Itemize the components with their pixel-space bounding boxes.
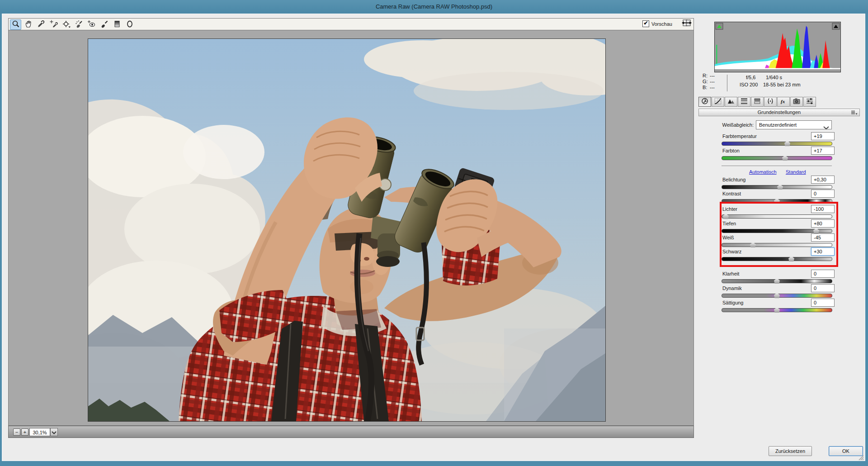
aperture-icon: [701, 98, 708, 106]
panel-menu-button[interactable]: [851, 110, 858, 117]
slider-thumb[interactable]: [782, 155, 788, 161]
b-label: B:: [703, 85, 710, 90]
panel-header: Grundeinstellungen: [698, 109, 860, 116]
camera-icon: [793, 98, 800, 106]
slider-thumb[interactable]: [777, 184, 783, 190]
slider-value-input[interactable]: 0: [811, 299, 835, 307]
hand-tool-icon: [24, 19, 33, 30]
toggle-fullscreen-button[interactable]: [681, 19, 693, 29]
targeted-adjustment-tool-button[interactable]: [61, 19, 72, 30]
presets-sliders-icon: [806, 98, 813, 106]
slider-label: Dynamik: [722, 285, 742, 291]
white-balance-value: Benutzerdefiniert: [759, 122, 797, 128]
slider-temperature: Farbtemperatur+19: [722, 132, 833, 146]
tab-effects[interactable]: fx: [777, 97, 790, 107]
photo-illustration: [88, 39, 605, 421]
slider-thumb[interactable]: [784, 141, 790, 146]
rgb-readout: R:--- G:--- B:---: [703, 73, 715, 90]
preview-label: Vorschau: [651, 21, 672, 27]
section-divider: [722, 166, 832, 166]
slider-saturation: Sättigung0: [722, 299, 833, 312]
slider-label: Kontrast: [722, 191, 741, 196]
zoom-tool-button[interactable]: [10, 19, 21, 30]
slider-value-input[interactable]: 0: [811, 270, 835, 278]
slider-label: Belichtung: [722, 177, 745, 182]
tab-basic[interactable]: [698, 97, 711, 107]
hand-tool-button[interactable]: [23, 19, 34, 30]
adjustment-brush-tool-button[interactable]: [99, 19, 110, 30]
color-sampler-tool-button[interactable]: [48, 19, 59, 30]
slider-value-input[interactable]: +0,30: [811, 176, 835, 184]
slider-thumb[interactable]: [774, 278, 780, 284]
detail-icon: [727, 98, 735, 106]
highlight-clipping-warning-button[interactable]: [832, 23, 840, 29]
exif-shutter: 1/640 s: [766, 75, 782, 80]
white-balance-label: Weißabgleich:: [698, 122, 754, 128]
histogram-chart: [715, 22, 840, 72]
slider-track[interactable]: [722, 185, 832, 189]
tab-lens-corrections[interactable]: [764, 97, 777, 107]
tool-strip: [10, 19, 135, 30]
default-link[interactable]: Standard: [786, 169, 806, 175]
red-eye-icon: [87, 19, 96, 30]
tool-options-bar: ✔ Vorschau: [8, 18, 694, 30]
spot-removal-tool-button[interactable]: [73, 19, 85, 30]
slider-thumb[interactable]: [774, 293, 780, 298]
slider-contrast: Kontrast0: [722, 190, 833, 203]
resize-grip[interactable]: [858, 454, 864, 462]
slider-track[interactable]: [722, 156, 832, 160]
targeted-adjustment-icon: [62, 19, 71, 30]
tab-tone-curve[interactable]: [712, 97, 724, 107]
g-label: G:: [703, 79, 710, 85]
slider-track[interactable]: [722, 294, 832, 298]
slider-value-input[interactable]: 0: [811, 284, 835, 292]
zoom-in-button[interactable]: +: [21, 428, 28, 436]
shadow-clipping-warning-button[interactable]: [716, 23, 723, 29]
slider-label: Farbton: [722, 148, 740, 153]
graduated-filter-tool-button[interactable]: [111, 19, 123, 30]
readout-divider: [727, 75, 727, 91]
red-eye-tool-button[interactable]: [86, 19, 97, 30]
tab-detail[interactable]: [725, 97, 737, 107]
annotation-highlight-box: [720, 202, 838, 267]
zoom-out-button[interactable]: −: [13, 428, 20, 436]
exif-focal-length: 18-55 bei 23 mm: [763, 82, 801, 87]
slider-label: Klarheit: [722, 271, 739, 276]
slider-value-input[interactable]: 0: [811, 190, 835, 198]
graduated-filter-icon: [113, 19, 122, 30]
white-balance-dropdown[interactable]: Benutzerdefiniert: [756, 120, 832, 129]
svg-text:fx: fx: [781, 98, 785, 104]
chevron-down-icon: [823, 124, 829, 132]
tab-hsl-grayscale[interactable]: [738, 97, 750, 107]
chevron-down-icon: [52, 428, 57, 436]
lens-corrections-icon: [767, 98, 774, 106]
white-balance-tool-button[interactable]: [35, 19, 47, 30]
zoom-level-field[interactable]: 30,1%: [29, 428, 50, 436]
preview-checkbox[interactable]: ✔: [642, 20, 649, 27]
radial-filter-tool-button[interactable]: [124, 19, 135, 30]
photo-preview[interactable]: [88, 38, 606, 422]
slider-track[interactable]: [722, 279, 832, 283]
zoom-status-bar: − + 30,1%: [8, 426, 694, 438]
auto-link[interactable]: Automatisch: [749, 169, 777, 175]
rgb-g-row: G:---: [703, 79, 715, 85]
color-sampler-icon: [49, 19, 58, 30]
tab-camera-calibration[interactable]: [790, 97, 803, 107]
slider-thumb[interactable]: [774, 307, 780, 313]
slider-track[interactable]: [722, 142, 832, 146]
slider-label: Farbtemperatur: [722, 133, 757, 139]
r-value: ---: [710, 73, 715, 78]
rgb-r-row: R:---: [703, 73, 715, 79]
tab-split-toning[interactable]: [751, 97, 764, 107]
tab-presets[interactable]: [803, 97, 816, 107]
zoom-level-dropdown-button[interactable]: [50, 428, 58, 436]
zoom-tool-icon: [11, 19, 20, 30]
slider-value-input[interactable]: +17: [811, 147, 835, 155]
slider-track[interactable]: [722, 308, 832, 312]
reset-button[interactable]: Zurücksetzen: [769, 446, 812, 456]
slider-vibrance: Dynamik0: [722, 284, 833, 298]
slider-value-input[interactable]: +19: [811, 132, 835, 140]
r-label: R:: [703, 73, 710, 79]
window-title: Camera Raw (Camera RAW Photoshop.psd): [0, 0, 868, 14]
white-balance-eyedropper-icon: [37, 19, 46, 30]
